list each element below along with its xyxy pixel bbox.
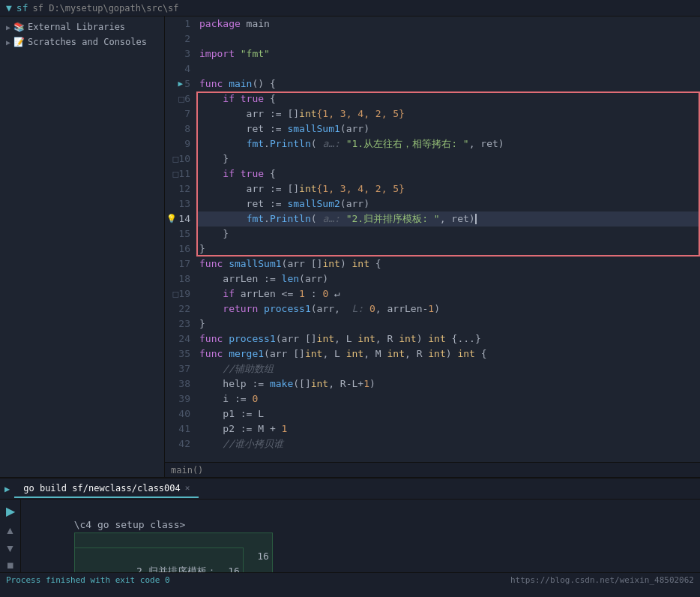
line-number-16: 16 — [165, 242, 196, 256]
tab-label: go build sf/newclass/class004 — [23, 483, 181, 494]
code-line-41[interactable]: p2 := M + 1 — [196, 422, 700, 436]
code-line-38[interactable]: help := make([]int, R-L+1) — [196, 376, 700, 392]
exit-message: Process finished with exit code 0 — [6, 575, 170, 585]
code-line-19[interactable]: if arrLen <= 1 : 0 ↵ — [196, 286, 700, 302]
sidebar-label: Scratches and Consoles — [28, 37, 147, 47]
line-number-37: 37 — [165, 362, 196, 376]
code-line-39[interactable]: i := 0 — [196, 392, 700, 406]
code-line-37[interactable]: //辅助数组 — [196, 362, 700, 376]
code-line-4[interactable] — [196, 62, 700, 76]
run-line-icon[interactable]: ▶ — [178, 76, 184, 92]
fold-icon[interactable]: □ — [173, 166, 179, 182]
titlebar-icon: ▼ — [6, 2, 12, 14]
bottom-tabs: ▶ go build sf/newclass/class004 ✕ — [0, 478, 700, 500]
blog-url: https://blog.csdn.net/weixin_48502062 — [510, 575, 694, 585]
close-tab-icon[interactable]: ✕ — [185, 483, 190, 493]
status-bar: Process finished with exit code 0 https:… — [0, 572, 700, 587]
bottom-panel: ▶ go build sf/newclass/class004 ✕ ▶ ▲ ▼ … — [0, 477, 700, 597]
code-line-15[interactable]: } — [196, 226, 700, 242]
code-line-3[interactable]: import "fmt" — [196, 46, 700, 62]
line-number-8: 8 — [165, 122, 196, 136]
output-line2: 2.归并排序模板： 16 — [136, 566, 240, 572]
code-line-17[interactable]: func smallSum1(arr []int) int { — [196, 256, 700, 272]
code-line-11[interactable]: if true { — [196, 166, 700, 182]
code-line-7[interactable]: arr := []int{1, 3, 4, 2, 5} — [196, 106, 700, 122]
line-number-12: 12 — [165, 182, 196, 196]
line-number-24: 24 — [165, 332, 196, 346]
code-line-1[interactable]: package main — [196, 16, 700, 32]
fold-icon[interactable]: □ — [173, 286, 179, 302]
project-icon: sf — [16, 2, 28, 14]
line-number-18: 18 — [165, 272, 196, 286]
lightbulb-icon[interactable]: 💡 — [166, 212, 177, 226]
line-number-35: 35 — [165, 346, 196, 362]
stop-button[interactable]: ⏹ — [3, 559, 18, 572]
breadcrumb-bar: main() — [165, 462, 700, 477]
breadcrumb: main() — [171, 465, 203, 476]
line-number-42: 42 — [165, 436, 196, 452]
line-number-41: 41 — [165, 422, 196, 436]
line-number-40: 40 — [165, 406, 196, 422]
line-number-3: 3 — [165, 46, 196, 62]
code-line-16[interactable]: } — [196, 242, 700, 256]
line-number-2: 2 — [165, 32, 196, 46]
arrow-icon: ▶ — [6, 38, 10, 46]
code-line-2[interactable] — [196, 32, 700, 46]
code-line-14[interactable]: fmt.Println( a…: "2.归并排序模板: ", ret) — [196, 212, 700, 226]
run-icon: ▶ — [0, 484, 14, 494]
line-numbers: 1234▶5□6789□10□111213💡1415161718□1922232… — [165, 16, 196, 462]
scroll-up-button[interactable]: ▲ — [2, 523, 19, 538]
code-line-5[interactable]: func main() { — [196, 76, 700, 92]
terminal-result-box2: 2.归并排序模板： 16 — [74, 548, 244, 572]
titlebar-path: sf D:\mysetup\gopath\src\sf — [32, 3, 178, 14]
fold-icon[interactable]: □ — [173, 152, 179, 166]
line-number-13: 13 — [165, 196, 196, 212]
line-number-6: □6 — [165, 92, 196, 106]
code-line-18[interactable]: arrLen := len(arr) — [196, 272, 700, 286]
sidebar-label: External Libraries — [28, 22, 125, 32]
line-number-11: □11 — [165, 166, 196, 182]
code-line-9[interactable]: fmt.Println( a…: "1.从左往右，相等拷右: ", ret) — [196, 136, 700, 152]
line-number-5: ▶5 — [165, 76, 196, 92]
code-line-22[interactable]: return process1(arr, L: 0, arrLen-1) — [196, 302, 700, 316]
line-number-10: □10 — [165, 152, 196, 166]
run-button[interactable]: ▶ — [3, 502, 18, 520]
line-number-7: 7 — [165, 106, 196, 122]
line-number-17: 17 — [165, 256, 196, 272]
code-line-24[interactable]: func process1(arr []int, L int, R int) i… — [196, 332, 700, 346]
code-line-12[interactable]: arr := []int{1, 3, 4, 2, 5} — [196, 182, 700, 196]
line-number-19: □19 — [165, 286, 196, 302]
code-lines[interactable]: package main import "fmt" func main() { … — [196, 16, 700, 462]
code-line-40[interactable]: p1 := L — [196, 406, 700, 422]
terminal-cmd-line: \c4 go setup class> — [27, 502, 694, 518]
arrow-icon: ▶ — [6, 23, 10, 32]
line-number-38: 38 — [165, 376, 196, 392]
sidebar-item-external-libraries[interactable]: ▶ 📚 External Libraries — [0, 20, 164, 34]
terminal-output: \c4 go setup class> 1.从左往右，相等拷右： 16 2.归并… — [21, 500, 700, 572]
code-line-42[interactable]: //谁小拷贝谁 — [196, 436, 700, 452]
code-line-13[interactable]: ret := smallSum2(arr) — [196, 196, 700, 212]
scroll-down-button[interactable]: ▼ — [2, 541, 19, 556]
sidebar-item-scratches[interactable]: ▶ 📝 Scratches and Consoles — [0, 34, 164, 50]
editor-area: 1234▶5□6789□10□111213💡1415161718□1922232… — [165, 16, 700, 477]
fold-icon[interactable]: □ — [178, 92, 184, 106]
scratches-icon: 📝 — [13, 37, 25, 47]
line-number-9: 9 — [165, 136, 196, 152]
line-number-15: 15 — [165, 226, 196, 242]
code-container[interactable]: 1234▶5□6789□10□111213💡1415161718□1922232… — [165, 16, 700, 462]
code-line-6[interactable]: if true { — [196, 92, 700, 106]
line-number-1: 1 — [165, 16, 196, 32]
line-number-39: 39 — [165, 392, 196, 406]
sidebar: ▶ 📚 External Libraries ▶ 📝 Scratches and… — [0, 16, 165, 477]
line-number-14: 💡14 — [165, 212, 196, 226]
bottom-run-area: ▶ ▲ ▼ ⏹ \c4 go setup class> 1.从左往右，相等拷右：… — [0, 500, 700, 572]
code-line-8[interactable]: ret := smallSum1(arr) — [196, 122, 700, 136]
line-number-22: 22 — [165, 302, 196, 316]
code-line-10[interactable]: } — [196, 152, 700, 166]
bottom-tab-run[interactable]: go build sf/newclass/class004 ✕ — [14, 480, 199, 498]
run-command: \c4 go setup class> — [74, 519, 186, 530]
code-line-35[interactable]: func merge1(arr []int, L int, M int, R i… — [196, 346, 700, 362]
library-icon: 📚 — [13, 22, 25, 32]
titlebar: ▼ sf sf D:\mysetup\gopath\src\sf — [0, 0, 700, 16]
code-line-23[interactable]: } — [196, 316, 700, 332]
